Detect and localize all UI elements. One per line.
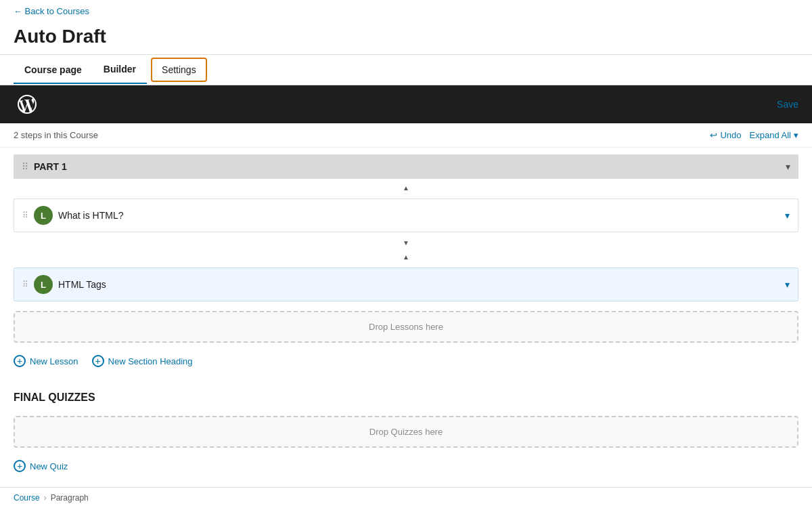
lesson-item-html-tags: ⠿ L HTML Tags ▾ bbox=[14, 268, 798, 301]
expand-all-button[interactable]: Expand All ▾ bbox=[750, 130, 798, 140]
lesson1-expand-toggle[interactable]: ▼ bbox=[401, 238, 411, 248]
undo-label: Undo bbox=[720, 130, 741, 140]
tab-settings[interactable]: Settings bbox=[151, 58, 207, 82]
new-section-heading-plus-icon: + bbox=[92, 355, 104, 367]
save-link[interactable]: Save bbox=[777, 99, 798, 110]
lesson1-expand-icon[interactable]: ▾ bbox=[785, 210, 790, 221]
lesson2-title: HTML Tags bbox=[58, 279, 780, 290]
final-quizzes-heading: FINAL QUIZZES bbox=[14, 381, 798, 410]
builder-header: Save bbox=[0, 85, 812, 123]
section-collapse-part1[interactable]: ▾ bbox=[786, 161, 790, 172]
course-meta: 2 steps in this Course ↩ Undo Expand All… bbox=[0, 123, 812, 148]
new-lesson-plus-icon: + bbox=[14, 355, 26, 367]
drag-handle-lesson1[interactable]: ⠿ bbox=[22, 211, 28, 220]
new-quiz-plus-icon: + bbox=[14, 460, 26, 472]
tabs-bar: Course page Builder Settings bbox=[0, 55, 812, 85]
meta-actions: ↩ Undo Expand All ▾ bbox=[710, 130, 798, 140]
tab-builder[interactable]: Builder bbox=[93, 56, 147, 84]
wordpress-icon bbox=[18, 95, 37, 114]
lesson1-avatar: L bbox=[34, 206, 53, 225]
lesson-action-row: + New Lesson + New Section Heading bbox=[14, 348, 798, 374]
lesson1-collapse-toggle[interactable]: ▲ bbox=[401, 183, 411, 193]
chevron-down-icon: ▾ bbox=[794, 130, 798, 140]
lesson1-title: What is HTML? bbox=[58, 210, 780, 221]
wp-logo bbox=[14, 91, 41, 118]
back-to-courses-link[interactable]: ← Back to Courses bbox=[14, 6, 89, 16]
tab-course-page[interactable]: Course page bbox=[14, 56, 93, 83]
new-section-heading-label: New Section Heading bbox=[108, 356, 193, 366]
undo-icon: ↩ bbox=[710, 130, 717, 140]
expand-all-label: Expand All bbox=[750, 130, 791, 140]
new-section-heading-button[interactable]: + New Section Heading bbox=[92, 355, 193, 367]
new-lesson-button[interactable]: + New Lesson bbox=[14, 355, 78, 367]
drop-lessons-zone: Drop Lessons here bbox=[14, 311, 798, 343]
lesson2-avatar: L bbox=[34, 275, 53, 294]
drop-quizzes-zone: Drop Quizzes here bbox=[14, 416, 798, 448]
section-part1: ⠿ PART 1 ▾ ▲ ⠿ L What is HTML? ▾ ▼ ▲ bbox=[14, 154, 798, 374]
lesson2-collapse-toggle[interactable]: ▲ bbox=[401, 252, 411, 262]
page-title: Auto Draft bbox=[0, 22, 812, 55]
new-quiz-label: New Quiz bbox=[30, 461, 68, 471]
new-lesson-label: New Lesson bbox=[30, 356, 78, 366]
section-title-part1: PART 1 bbox=[34, 161, 780, 172]
drag-handle-part1[interactable]: ⠿ bbox=[22, 161, 28, 172]
steps-count: 2 steps in this Course bbox=[14, 130, 98, 140]
lesson2-expand-icon[interactable]: ▾ bbox=[785, 279, 790, 290]
lesson-item-what-is-html: ⠿ L What is HTML? ▾ bbox=[14, 198, 798, 232]
quiz-action-row: + New Quiz bbox=[14, 453, 798, 479]
undo-button[interactable]: ↩ Undo bbox=[710, 130, 741, 140]
new-quiz-button[interactable]: + New Quiz bbox=[14, 460, 68, 472]
section-header-part1[interactable]: ⠿ PART 1 ▾ bbox=[14, 154, 798, 179]
main-content: ⠿ PART 1 ▾ ▲ ⠿ L What is HTML? ▾ ▼ ▲ bbox=[0, 154, 812, 479]
drag-handle-lesson2[interactable]: ⠿ bbox=[22, 280, 28, 289]
